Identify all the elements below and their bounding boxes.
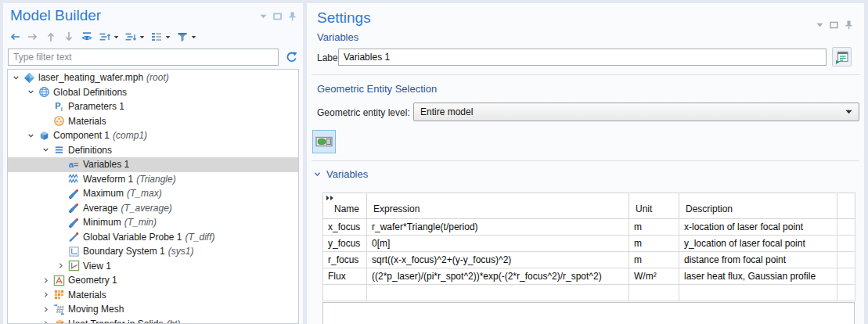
window-caret-icon[interactable] (816, 23, 823, 27)
globe-icon (38, 86, 50, 99)
window-pin-icon[interactable] (845, 20, 853, 30)
geometric-entity-section-title: Geometric Entity Selection (317, 83, 437, 95)
refresh-icon[interactable] (285, 51, 298, 64)
window-float-icon[interactable] (273, 13, 282, 20)
column-header-expression[interactable]: Expression (367, 193, 629, 219)
cell-name[interactable]: Flux (323, 268, 367, 285)
tree-item-maximum[interactable]: Maximum(T_max) (8, 186, 298, 201)
separator (312, 74, 859, 75)
cell-unit[interactable]: m (629, 252, 679, 268)
table-row[interactable]: x_focusr_wafer*Triangle(t/period)mx-loca… (323, 219, 855, 236)
selection-toggle-icon (315, 135, 333, 148)
eye-icon (81, 31, 93, 43)
materials-icon (52, 289, 65, 301)
dropdown-caret-icon[interactable] (165, 34, 171, 40)
dropdown-caret-icon[interactable] (845, 110, 852, 114)
table-row[interactable]: y_focus0[m]my_location of laser focal po… (323, 236, 855, 252)
cell-expression[interactable]: sqrt((x-x_focus)^2+(y-y_focus)^2) (367, 252, 629, 268)
chevron-down-icon[interactable] (313, 170, 322, 178)
tree-item-boundary-system-1[interactable]: Boundary System 1(sys1) (8, 244, 298, 259)
view-icon (67, 260, 80, 272)
cell-blank (837, 252, 855, 268)
cell-expression[interactable]: 0[m] (367, 236, 629, 252)
geometry-icon (52, 274, 65, 286)
tree-item-component-1[interactable]: Component 1(comp1) (8, 128, 298, 143)
chevron-right-icon[interactable] (40, 289, 52, 301)
window-caret-icon[interactable] (260, 14, 267, 19)
chevron-right-icon[interactable] (40, 304, 52, 315)
forward-button[interactable] (27, 31, 39, 43)
cell-description[interactable]: x-location of laser focal point (679, 219, 837, 236)
geometric-entity-level-select[interactable]: Entire model (413, 103, 859, 121)
table-row-empty[interactable] (323, 285, 855, 301)
tree-item-view-1[interactable]: View 1 (8, 259, 298, 274)
tree-item-definitions[interactable]: Definitions (8, 143, 298, 158)
chevron-right-icon[interactable] (55, 260, 67, 272)
chevron-down-icon[interactable] (10, 72, 22, 84)
cell-name[interactable]: y_focus (323, 236, 367, 252)
move-up-button[interactable] (45, 31, 57, 43)
tree-item-variables-1[interactable]: a=Variables 1 (8, 157, 298, 172)
column-header-description[interactable]: Description (679, 193, 837, 219)
collapse-list-icon (124, 31, 137, 43)
variables-section-title: Variables (326, 168, 368, 180)
cell-description[interactable]: laser heat flux, Gaussian profile (679, 268, 837, 285)
model-tree-node-text-button[interactable] (150, 31, 171, 43)
tree-item-materials[interactable]: Materials (8, 288, 298, 303)
collapse-all-button[interactable] (124, 31, 145, 43)
tree-item-moving-mesh[interactable]: Moving Mesh (8, 302, 298, 317)
show-button[interactable] (81, 31, 93, 43)
dropdown-caret-icon[interactable] (139, 34, 145, 40)
column-header-name[interactable]: Name (323, 193, 367, 219)
tree-indent-spacer (55, 159, 67, 171)
materials-global-icon (52, 115, 65, 128)
dropdown-caret-icon[interactable] (113, 34, 119, 40)
row-marker-icon (326, 195, 336, 201)
filter-input[interactable] (8, 49, 279, 66)
probe-icon (67, 216, 80, 229)
column-header-unit[interactable]: Unit (629, 193, 679, 219)
rename-button[interactable] (832, 47, 852, 67)
tree-item-global-definitions[interactable]: Global Definitions (8, 85, 298, 100)
chevron-down-icon[interactable] (25, 130, 37, 142)
chevron-down-icon[interactable] (25, 86, 37, 98)
tree-indent-spacer (55, 202, 67, 214)
window-pin-icon[interactable] (288, 12, 297, 21)
table-row[interactable]: Flux((2*p_laser)/(pi*r_spot^2))*exp(-(2*… (323, 268, 855, 285)
cell-description[interactable]: distance from focal point (679, 252, 837, 268)
label-input[interactable] (338, 49, 827, 66)
filter-button[interactable] (176, 31, 196, 43)
table-row[interactable]: r_focussqrt((x-x_focus)^2+(y-y_focus)^2)… (323, 252, 855, 268)
chevron-right-icon[interactable] (40, 275, 52, 286)
cell-unit[interactable]: W/m² (629, 268, 679, 285)
cell-name[interactable]: x_focus (323, 219, 367, 236)
back-button[interactable] (9, 31, 21, 43)
tree-item-minimum[interactable]: Minimum(T_min) (8, 215, 298, 230)
model-root-icon (23, 71, 35, 84)
model-builder-window-controls (260, 5, 297, 21)
settings-title: Settings (317, 8, 371, 28)
cell-expression[interactable]: ((2*p_laser)/(pi*r_spot^2))*exp(-(2*r_fo… (367, 268, 629, 285)
tree-item-parameters-1[interactable]: PiParameters 1 (8, 99, 298, 114)
tree-item-materials[interactable]: Materials (8, 114, 298, 129)
cell-expression[interactable]: r_wafer*Triangle(t/period) (367, 219, 629, 236)
move-down-button[interactable] (63, 31, 75, 43)
variables-icon: a= (67, 158, 80, 171)
tree-item-laser-heating-wafer-mph[interactable]: laser_heating_wafer.mph(root) (8, 70, 298, 85)
tree-item-heat-transfer-in-solids[interactable]: Heat Transfer in Solids(ht) (8, 317, 298, 324)
tree-item-waveform-1[interactable]: Waveform 1(Triangle) (8, 172, 298, 187)
chevron-right-icon[interactable] (40, 318, 52, 324)
tree-item-average[interactable]: Average(T_average) (8, 201, 298, 216)
cell-name[interactable]: r_focus (323, 252, 367, 268)
cell-unit[interactable]: m (629, 236, 679, 252)
variables-section-header[interactable]: Variables (313, 168, 368, 180)
chevron-down-icon[interactable] (40, 144, 52, 156)
tree-item-global-variable-probe-1[interactable]: Global Variable Probe 1(T_diff) (8, 230, 298, 245)
dropdown-caret-icon[interactable] (191, 34, 196, 40)
cell-description[interactable]: y_location of laser focal point (679, 236, 837, 252)
tree-item-geometry-1[interactable]: Geometry 1 (8, 273, 298, 288)
expand-all-button[interactable] (99, 31, 119, 43)
cell-unit[interactable]: m (629, 219, 679, 236)
window-float-icon[interactable] (830, 21, 838, 29)
active-selection-toggle-button[interactable] (312, 130, 336, 153)
